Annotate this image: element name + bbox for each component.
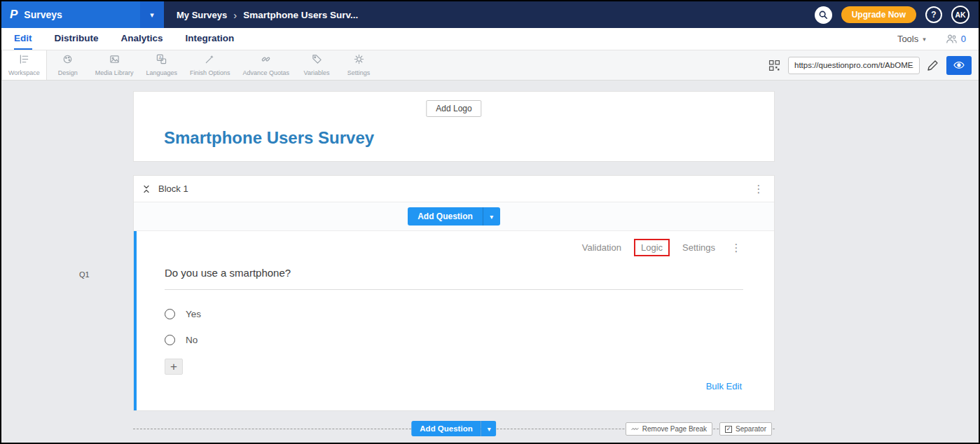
product-name: Surveys [24, 9, 62, 20]
remove-page-break-label: Remove Page Break [642, 425, 707, 433]
avatar[interactable]: AK [951, 6, 969, 24]
tab-logic[interactable]: Logic [634, 239, 670, 256]
questionpro-logo-icon: P [10, 8, 18, 22]
survey-canvas: Add Logo Smartphone Users Survey Q1 Bloc… [1, 81, 979, 443]
menubar: Edit Distribute Analytics Integration To… [1, 28, 979, 50]
collapse-block-icon[interactable] [142, 185, 151, 193]
advance-quotas-icon [261, 54, 271, 67]
plus-icon: + [170, 361, 177, 373]
toolbar-item-label: Finish Options [190, 69, 230, 76]
block-title[interactable]: Block 1 [158, 183, 188, 194]
option-row-no: No [165, 333, 743, 347]
edit-url-button[interactable] [926, 58, 940, 72]
topbar-actions: Upgrade Now ? AK [815, 6, 979, 24]
collaborators-count: 0 [961, 34, 966, 44]
option-row-yes: Yes [165, 307, 743, 321]
add-option-button[interactable]: + [165, 359, 183, 375]
toolbar-item-label: Media Library [95, 69, 134, 76]
radio-button[interactable] [165, 309, 175, 319]
search-button[interactable] [815, 6, 832, 24]
page-break-row: Add Question ▾ Remove Page Break ✓ Separ… [133, 421, 775, 438]
media-library-icon [109, 54, 120, 67]
eye-icon [953, 60, 965, 70]
tab-edit[interactable]: Edit [14, 28, 32, 50]
separator-checkbox[interactable]: ✓ [725, 426, 732, 433]
toolbar-item-variables[interactable]: Variables [296, 50, 338, 80]
toolbar-item-languages[interactable]: A Languages [139, 50, 184, 80]
footer-add-question-split-button: Add Question ▾ [411, 421, 496, 436]
question-panel: Validation Logic Settings ⋮ Do you use a… [134, 231, 774, 410]
qr-code-button[interactable] [767, 58, 782, 73]
add-question-button[interactable]: Add Question [408, 207, 483, 226]
toolbar-item-settings[interactable]: Settings [338, 50, 380, 80]
option-label[interactable]: Yes [186, 309, 201, 319]
toolbar-item-advance-quotas[interactable]: Advance Quotas [236, 50, 296, 80]
menubar-right: Tools ▾ 0 [897, 28, 979, 50]
toolbar-item-media-library[interactable]: Media Library [89, 50, 140, 80]
separator-label: Separator [736, 425, 766, 433]
page-break-icon [631, 426, 639, 432]
tab-validation[interactable]: Validation [582, 242, 621, 253]
toolbar-right [767, 50, 979, 80]
languages-icon: A [156, 54, 167, 67]
add-question-row: Add Question ▾ [134, 202, 774, 231]
toolbar-item-label: Workspace [8, 69, 40, 76]
question-tabs: Validation Logic Settings ⋮ [165, 241, 743, 254]
product-switcher[interactable]: P Surveys ▾ [1, 1, 164, 28]
question-number: Q1 [79, 270, 90, 279]
tools-label: Tools [897, 34, 918, 44]
settings-icon [354, 54, 364, 67]
radio-button[interactable] [165, 335, 175, 345]
toolbar-item-workspace[interactable]: Workspace [1, 50, 47, 80]
add-question-split-button: Add Question ▾ [408, 207, 500, 226]
page-break-controls: Remove Page Break ✓ Separator [626, 422, 772, 436]
toolbar-item-label: Languages [146, 69, 177, 76]
answer-options: Yes No + [165, 307, 743, 375]
question-kebab-menu-icon[interactable]: ⋮ [729, 242, 743, 254]
question-text[interactable]: Do you use a smartphone? [165, 267, 743, 290]
upgrade-now-button[interactable]: Upgrade Now [841, 6, 916, 23]
toolbar-item-design[interactable]: Design [47, 50, 89, 80]
add-question-caret-button[interactable]: ▾ [483, 207, 500, 226]
survey-header-card: Add Logo Smartphone Users Survey [133, 91, 775, 162]
tab-integration[interactable]: Integration [186, 28, 235, 50]
breadcrumb-current-survey: Smartphone Users Surv... [243, 10, 358, 20]
tab-distribute[interactable]: Distribute [55, 28, 99, 50]
separator-button[interactable]: ✓ Separator [719, 422, 772, 436]
breadcrumb-my-surveys[interactable]: My Surveys [177, 10, 227, 20]
breadcrumb: My Surveys › Smartphone Users Surv... [177, 9, 358, 21]
variables-icon [312, 54, 322, 67]
add-logo-button[interactable]: Add Logo [426, 100, 481, 117]
menu-tabs: Edit Distribute Analytics Integration [14, 28, 234, 50]
toolbar-item-finish-options[interactable]: Finish Options [184, 50, 237, 80]
collaborators[interactable]: 0 [946, 34, 966, 44]
workspace-icon [19, 54, 29, 67]
chevron-right-icon: › [233, 9, 237, 21]
search-icon [818, 10, 828, 20]
app-window: P Surveys ▾ My Surveys › Smartphone User… [0, 0, 980, 444]
tab-settings[interactable]: Settings [682, 242, 715, 253]
add-question-button[interactable]: Add Question [411, 421, 481, 436]
survey-url-input[interactable] [788, 57, 920, 74]
help-button[interactable]: ? [925, 6, 942, 23]
design-icon [62, 54, 73, 67]
check-icon: ✓ [726, 426, 731, 432]
block-kebab-menu-icon[interactable]: ⋮ [752, 183, 766, 195]
remove-page-break-button[interactable]: Remove Page Break [626, 422, 712, 436]
survey-toolbar: Workspace Design Media Library A Languag… [1, 50, 979, 81]
toolbar-item-label: Settings [347, 69, 371, 76]
chevron-down-icon[interactable]: ▾ [140, 1, 164, 28]
toolbar-item-label: Advance Quotas [242, 69, 289, 76]
bulk-edit-link[interactable]: Bulk Edit [706, 381, 742, 391]
add-question-caret-button[interactable]: ▾ [481, 421, 497, 436]
block-card: Block 1 ⋮ Add Question ▾ Validation Logi… [133, 175, 775, 411]
survey-title[interactable]: Smartphone Users Survey [164, 128, 374, 148]
finish-options-icon [205, 54, 215, 67]
people-icon [946, 34, 958, 44]
tab-analytics[interactable]: Analytics [121, 28, 163, 50]
option-label[interactable]: No [186, 335, 198, 345]
block-header: Block 1 ⋮ [134, 176, 774, 202]
tools-dropdown[interactable]: Tools ▾ [897, 34, 926, 44]
toolbar-item-label: Variables [304, 69, 330, 76]
preview-button[interactable] [946, 56, 972, 75]
